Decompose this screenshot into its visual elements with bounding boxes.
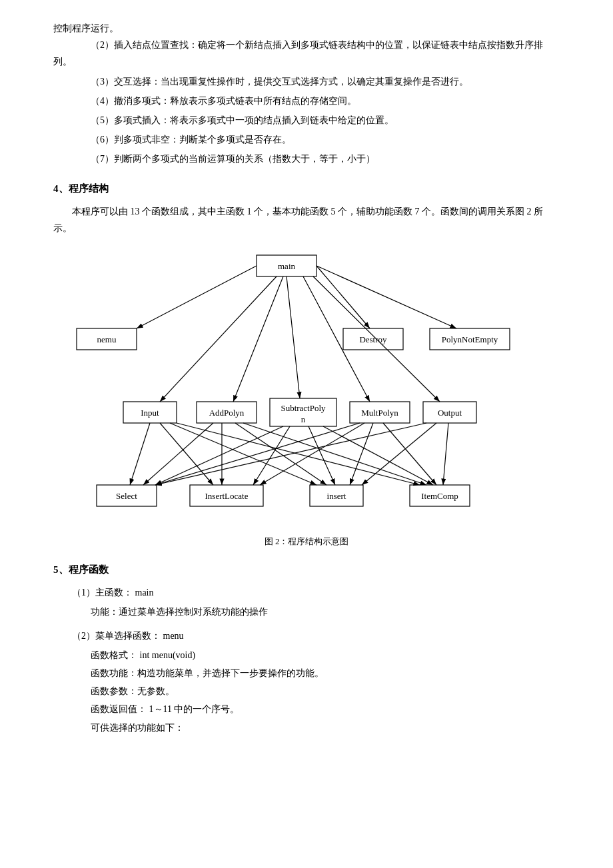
svg-line-30 <box>155 426 283 485</box>
svg-line-25 <box>177 423 420 485</box>
node-subtractPolyn-line1: SubtractPoly <box>281 403 326 413</box>
node-polynNotEmpty: PolynNotEmpty <box>442 334 498 344</box>
func2-format-val: int menu(void) <box>140 650 196 660</box>
svg-line-17 <box>160 276 277 402</box>
func1-title: （1）主函数： main <box>53 584 560 601</box>
node-output: Output <box>438 408 462 418</box>
intro-para4: （4）撤消多项式：释放表示多项式链表中所有结点的存储空间。 <box>53 93 560 109</box>
node-insert: insert <box>327 491 346 501</box>
svg-line-16 <box>316 266 456 328</box>
intro-para2: （2）插入结点位置查找：确定将一个新结点插入到多项式链表结构中的位置，以保证链表… <box>53 37 560 70</box>
func2-block: （2）菜单选择函数： menu 函数格式： int menu(void) 函数功… <box>53 628 560 736</box>
node-select: Select <box>116 491 137 501</box>
func2-title: （2）菜单选择函数： menu <box>53 628 560 644</box>
func2-param: 函数参数：无参数。 <box>53 683 560 699</box>
intro-para6: （6）判多项式非空：判断某个多项式是否存在。 <box>53 131 560 148</box>
func2-function: 函数功能：构造功能菜单，并选择下一步要操作的功能。 <box>53 665 560 681</box>
func2-format: 函数格式： int menu(void) <box>53 647 560 663</box>
intro-para5: （5）多项式插入：将表示多项式中一项的结点插入到链表中给定的位置。 <box>53 112 560 129</box>
section5-title: 5、程序函数 <box>53 561 560 579</box>
func1-desc: 功能：通过菜单选择控制对系统功能的操作 <box>53 604 560 620</box>
svg-line-14 <box>137 266 257 328</box>
node-itemComp: ItemComp <box>421 491 458 501</box>
svg-line-38 <box>155 423 426 485</box>
func2-return-val: 1～11 中的一个序号。 <box>149 704 240 714</box>
svg-line-37 <box>383 423 436 485</box>
node-insertLocate: InsertLocate <box>205 491 249 501</box>
node-main: main <box>278 261 295 271</box>
svg-line-26 <box>143 423 213 485</box>
section4-title: 4、程序结构 <box>53 180 560 198</box>
node-input: Input <box>141 408 159 418</box>
node-addPolyn: AddPolyn <box>209 408 245 418</box>
section4-para: 本程序可以由 13 个函数组成，其中主函数 1 个，基本功能函数 5 个，辅助功… <box>53 203 560 236</box>
svg-line-18 <box>233 276 283 402</box>
svg-line-34 <box>155 423 360 485</box>
svg-line-22 <box>130 423 150 485</box>
intro-para3: （3）交互选择：当出现重复性操作时，提供交互式选择方式，以确定其重复操作是否进行… <box>53 73 560 90</box>
intro-para7: （7）判断两个多项式的当前运算项的关系（指数大于，等于，小于） <box>53 151 560 167</box>
func2-return: 函数返回值： 1～11 中的一个序号。 <box>53 701 560 717</box>
svg-line-15 <box>316 266 370 328</box>
func1-block: （1）主函数： main 功能：通过菜单选择控制对系统功能的操作 <box>53 584 560 620</box>
func2-return-label: 函数返回值： <box>91 704 147 714</box>
func2-format-label: 函数格式： <box>91 650 137 660</box>
intro-line1: 控制程序运行。 <box>53 20 560 37</box>
func2-options: 可供选择的功能如下： <box>53 719 560 736</box>
node-subtractPolyn-line2: n <box>301 414 306 424</box>
svg-line-36 <box>350 423 373 485</box>
svg-line-19 <box>287 276 300 398</box>
diagram-caption: 图 2：程序结构示意图 <box>53 534 560 549</box>
flow-diagram-container: main nemu Destroy PolynNotEmpty Input Ad… <box>53 248 560 528</box>
node-nemu: nemu <box>97 334 117 344</box>
svg-line-40 <box>443 423 448 485</box>
svg-line-32 <box>308 426 335 485</box>
svg-line-21 <box>313 276 440 402</box>
svg-line-24 <box>170 423 316 485</box>
node-multPolyn: MultPolyn <box>361 408 398 418</box>
